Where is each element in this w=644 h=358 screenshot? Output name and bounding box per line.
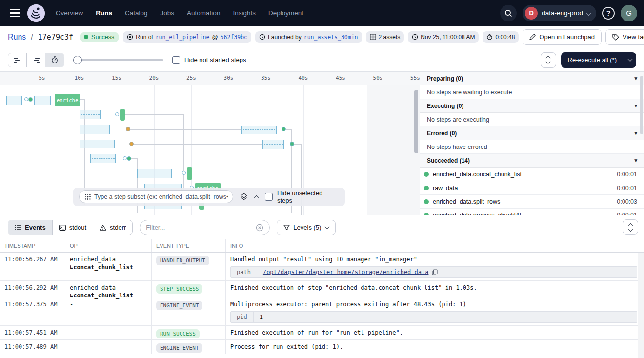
run-header: Runs / 17e79c3f Success Run of run_etl_p… — [0, 26, 644, 48]
nav-item-insights[interactable]: Insights — [233, 9, 256, 17]
status-badge: Success — [80, 32, 119, 42]
dagster-logo[interactable] — [27, 4, 45, 22]
event-info: Multiprocess executor: parent process ex… — [225, 297, 644, 325]
workspace-switcher[interactable]: D data-eng-prod — [523, 5, 596, 21]
run-tag-3[interactable]: Nov 25, 11:00:08 AM — [408, 31, 479, 43]
gantt-pending-box — [6, 96, 22, 105]
workspace-avatar: D — [525, 7, 538, 20]
section-header-0[interactable]: Preparing (0)▾ — [420, 72, 644, 85]
slider-track — [73, 59, 163, 61]
filter-input-wrap[interactable] — [140, 220, 270, 235]
section-header-3[interactable]: Succeeded (14)▾ — [420, 154, 644, 168]
clock-icon — [259, 34, 265, 40]
hide-not-started-checkbox-row[interactable]: Hide not started steps — [172, 56, 246, 64]
run-tag-4[interactable]: 0:00:48 — [483, 31, 519, 43]
events-expand-stepper[interactable] — [623, 219, 638, 235]
workspace-name: data-eng-prod — [542, 9, 583, 17]
nav-item-jobs[interactable]: Jobs — [161, 9, 175, 17]
metadata-path-link[interactable]: /opt/dagster/dagster_home/storage/enrich… — [263, 269, 429, 275]
levels-dropdown[interactable]: Levels (5) — [277, 220, 336, 235]
events-toolbar: Eventsstdoutstderr Levels (5) — [0, 215, 644, 239]
gantt-flat-view-button[interactable] — [8, 53, 27, 67]
nav-item-catalog[interactable]: Catalog — [125, 9, 148, 17]
breadcrumb-separator: / — [31, 33, 33, 42]
funnel-icon — [283, 224, 290, 231]
event-info: Handled output "result" using IO manager… — [225, 253, 644, 280]
gantt-view-mode-group — [8, 53, 64, 67]
tab-stderr[interactable]: stderr — [93, 220, 132, 235]
section-caret-icon: ▾ — [634, 75, 637, 82]
event-log-row: 11:00:56.292 AMenriched_data↳concat_chun… — [0, 281, 644, 297]
checkbox[interactable] — [265, 193, 273, 201]
tag-link[interactable]: run_etl_pipeline — [156, 34, 210, 41]
succeeded-step-row[interactable]: raw_data0:00:01 — [420, 181, 644, 195]
run-tag-0[interactable]: Run of run_etl_pipeline @ 562f39bc — [123, 31, 251, 43]
step-subset-input[interactable] — [94, 193, 228, 200]
events-scrollbar[interactable] — [638, 253, 644, 358]
event-timestamp: 11:00:56.292 AM — [0, 281, 65, 297]
nav-item-deployment[interactable]: Deployment — [268, 9, 303, 17]
checkbox[interactable] — [172, 56, 180, 64]
search-button[interactable] — [500, 5, 517, 21]
tab-stdout[interactable]: stdout — [53, 220, 93, 235]
events-table-header: TIMESTAMPOPEVENT TYPEINFO — [0, 239, 644, 253]
hamburger-menu-icon[interactable] — [10, 9, 20, 17]
section-empty-text: No steps are waiting to execute — [420, 85, 644, 99]
clear-filter-icon[interactable] — [256, 224, 263, 232]
event-info: Finished execution of step "enriched_dat… — [225, 281, 644, 297]
gantt-pending-box — [262, 140, 284, 149]
gantt-step-bar[interactable] — [120, 109, 125, 121]
hide-unselected-checkbox-row[interactable]: Hide unselected steps — [265, 190, 339, 204]
terminal-icon — [59, 225, 66, 231]
event-type-badge: HANDLED_OUTPUT — [151, 253, 225, 280]
run-tag-1[interactable]: Launched by run_assets_30min — [255, 31, 362, 43]
user-avatar[interactable]: G — [621, 5, 637, 21]
gantt-green-dot — [282, 127, 286, 131]
succeeded-step-row[interactable]: enriched_data.split_rows0:00:03 — [420, 195, 644, 209]
gantt-connector — [125, 114, 184, 115]
succeeded-step-row[interactable]: enriched_data.process_chunk[4]0:00:01 — [420, 209, 644, 215]
run-tag-2[interactable]: 2 assets — [366, 31, 404, 43]
slider-handle[interactable] — [73, 56, 82, 64]
waterfall-left-icon — [14, 57, 21, 63]
gantt-pending-box — [80, 140, 115, 148]
gantt-zoom-slider[interactable] — [73, 56, 163, 64]
nav-item-overview[interactable]: Overview — [56, 9, 83, 17]
sidebar-scrollbar[interactable] — [640, 76, 643, 134]
gantt-green-dot — [127, 156, 131, 161]
open-launchpad-button[interactable]: Open in Launchpad — [523, 29, 601, 45]
breadcrumb-runs-link[interactable]: Runs — [8, 33, 26, 42]
gantt-step-bar[interactable]: enriche. — [55, 94, 80, 106]
gantt-chart[interactable]: 5s10s15s20s25s30s35s40s45s50s55s enriche… — [0, 72, 420, 215]
event-log-row: 11:00:57.375 AM-ENGINE_EVENTMultiprocess… — [0, 297, 644, 326]
reexecute-menu-caret[interactable] — [624, 52, 636, 68]
tab-Events[interactable]: Events — [8, 220, 53, 235]
expand-collapse-stepper[interactable] — [541, 52, 556, 68]
step-subset-input-wrap[interactable] — [79, 190, 233, 203]
stopwatch-icon — [51, 56, 58, 63]
tag-link[interactable]: 562f39bc — [221, 34, 247, 41]
nav-item-runs[interactable]: Runs — [96, 9, 112, 17]
gantt-scrollbar[interactable] — [414, 90, 418, 153]
gantt-green-dot — [28, 97, 33, 102]
tag-link[interactable]: run_assets_30min — [304, 34, 358, 41]
section-header-1[interactable]: Executing (0)▾ — [420, 99, 644, 113]
succeeded-step-row[interactable]: enriched_data.concat_chunk_list0:00:01 — [420, 168, 644, 181]
collapse-overlay-icon[interactable] — [255, 195, 258, 199]
reexecute-all-button[interactable]: Re-execute all (*) — [561, 52, 636, 68]
top-nav: OverviewRunsCatalogJobsAutomationInsight… — [0, 0, 644, 26]
layers-icon[interactable] — [240, 193, 248, 201]
copy-icon[interactable] — [432, 269, 438, 275]
section-header-2[interactable]: Errored (0)▾ — [420, 126, 644, 140]
op-selector-icon — [84, 193, 91, 200]
run-target-icon — [127, 34, 133, 40]
gantt-step-bar[interactable] — [187, 167, 192, 180]
nav-item-automation[interactable]: Automation — [187, 9, 220, 17]
filter-input[interactable] — [146, 224, 252, 231]
view-tags-config-button[interactable]: View tags and config — [605, 29, 644, 45]
gantt-timed-view-button[interactable] — [45, 53, 64, 67]
gantt-blue-dot — [24, 97, 28, 101]
help-button[interactable]: ? — [602, 7, 615, 20]
event-op: enriched_data↳concat_chunk_list — [65, 253, 151, 280]
gantt-waterfall-view-button[interactable] — [27, 53, 45, 67]
